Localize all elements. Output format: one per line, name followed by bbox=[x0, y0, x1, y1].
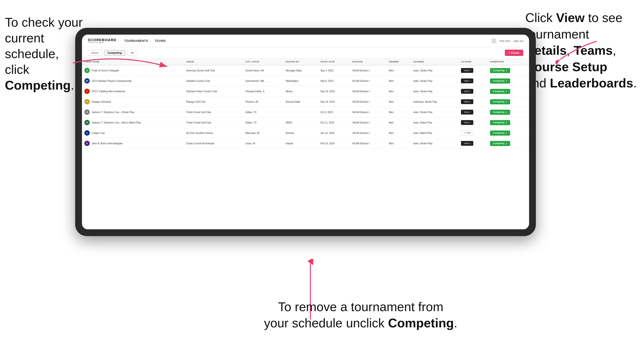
team-logo: P bbox=[84, 99, 90, 104]
cell-city: Maricopa, AZ bbox=[243, 128, 283, 138]
cell-city: Dallas, TX bbox=[243, 107, 283, 117]
competing-button[interactable]: Competing ✓ bbox=[490, 78, 510, 84]
cell-gender: Men bbox=[386, 65, 411, 76]
cell-start: Jan 14, 2024 bbox=[318, 128, 350, 138]
competing-button[interactable]: Competing ✓ bbox=[490, 89, 510, 94]
competing-button[interactable]: Competing ✓ bbox=[490, 110, 510, 115]
view-button[interactable]: View ℹ bbox=[461, 110, 473, 115]
annotation-bold: Competing bbox=[5, 78, 71, 92]
competing-button[interactable]: Competing ✓ bbox=[490, 120, 510, 125]
cell-competing: Competing ✓ bbox=[488, 97, 529, 107]
annot-tr-5: , bbox=[613, 43, 616, 57]
table-row: P Papago Individual Papago Golf Club Pho… bbox=[82, 97, 529, 107]
cell-start: Sep 4, 2023 bbox=[318, 65, 350, 76]
competing-button[interactable]: Competing ✓ bbox=[490, 68, 510, 73]
cell-venue: Papago Golf Club bbox=[184, 97, 243, 107]
user-label: Test User bbox=[499, 39, 510, 42]
tournaments-table-container: EVENT NAME VENUE CITY, STATE HOSTED BY S… bbox=[82, 59, 529, 229]
annotation-punct: . bbox=[71, 78, 74, 92]
table-row: JS Jackson T. Stephens Cup – Stroke Play… bbox=[82, 107, 529, 117]
event-name: 2023 Sahalee Players Championship bbox=[92, 80, 132, 82]
team-logo: I bbox=[84, 89, 90, 94]
view-button[interactable]: View ℹ bbox=[461, 78, 473, 83]
cell-city: Grand Haven, MI bbox=[243, 65, 283, 76]
cell-actions: View ℹ bbox=[458, 76, 488, 86]
cell-actions: View ℹ bbox=[458, 117, 488, 128]
event-name: Jackson T. Stephens Cup – Men's Match Pl… bbox=[92, 121, 141, 124]
annot-tr-7: . bbox=[633, 76, 637, 90]
view-button[interactable]: View ℹ bbox=[461, 68, 473, 73]
cell-competing: Competing ✓ bbox=[488, 117, 529, 128]
cell-event: JS Jackson T. Stephens Cup – Stroke Play bbox=[82, 107, 184, 117]
cell-hosted: Illinois bbox=[283, 86, 318, 97]
cell-city: Dallas, TX bbox=[243, 117, 283, 128]
view-button[interactable]: View ℹ bbox=[461, 89, 473, 94]
cell-venue: Trinity Forest Golf Club bbox=[184, 107, 243, 117]
cell-gender: Men bbox=[386, 76, 411, 86]
nav-links: TOURNAMENTS TEAMS bbox=[124, 39, 484, 43]
cell-division: NCAA Division I bbox=[350, 86, 386, 97]
col-hosted: HOSTED BY bbox=[283, 59, 318, 65]
cell-venue: Trinity Forest Golf Club bbox=[184, 117, 243, 128]
cell-division: NCAA Division I bbox=[350, 76, 386, 86]
annotation-line3: click bbox=[5, 62, 29, 76]
cell-scoring: team, Stroke Play bbox=[411, 107, 459, 117]
view-button[interactable]: View ℹ bbox=[461, 120, 473, 125]
competing-button[interactable]: Competing ✓ bbox=[490, 141, 510, 146]
annot-bot-1: To remove a tournament from bbox=[278, 300, 443, 314]
col-gender: GENDER bbox=[386, 59, 411, 65]
col-start: START DATE bbox=[318, 59, 350, 65]
cell-scoring: team, Match Play bbox=[411, 128, 459, 138]
cell-scoring: team, Stroke Play bbox=[411, 65, 459, 76]
cell-start: Oct 11, 2023 bbox=[318, 117, 350, 128]
col-venue: VENUE bbox=[184, 59, 243, 65]
cell-event: A Copper Cup bbox=[82, 128, 184, 138]
cell-start: Sep 9, 2023 bbox=[318, 76, 350, 86]
cell-gender: Men bbox=[386, 107, 411, 117]
col-scoring: SCORING bbox=[411, 59, 459, 65]
nav-tournaments[interactable]: TOURNAMENTS bbox=[124, 39, 148, 43]
view-button[interactable]: View ℹ bbox=[461, 141, 473, 146]
col-competing: COMPETING bbox=[488, 59, 529, 65]
cell-hosted bbox=[283, 107, 318, 117]
cell-hosted: Hawaii bbox=[283, 138, 318, 149]
cell-hosted: Arizona bbox=[283, 128, 318, 138]
logo-subtitle: Powered by clippd bbox=[88, 42, 116, 44]
cell-competing: Competing ✓ bbox=[488, 138, 529, 149]
cell-event: H John A. Burns Intercollegiate bbox=[82, 138, 184, 149]
cell-competing: Competing ✓ bbox=[488, 86, 529, 97]
arrow-to-competing-col bbox=[556, 37, 599, 64]
cell-event: I OFCC Fighting Illini Invitational bbox=[82, 86, 184, 97]
cell-actions: View ℹ bbox=[458, 86, 488, 97]
edit-button[interactable]: ✏ Edit bbox=[461, 130, 474, 136]
competing-button[interactable]: Competing ✓ bbox=[490, 131, 510, 136]
col-city: CITY, STATE bbox=[243, 59, 283, 65]
team-logo: JS bbox=[84, 120, 90, 125]
cell-hosted: Arizona State bbox=[283, 97, 318, 107]
annotation-line1: To check your bbox=[5, 15, 83, 29]
annot-bot-2: your schedule unclick bbox=[264, 316, 388, 330]
table-row: I OFCC Fighting Illini Invitational Olym… bbox=[82, 86, 529, 97]
annot-tr-bold1: View bbox=[556, 11, 585, 25]
cell-gender: Men bbox=[386, 138, 411, 149]
view-button[interactable]: View ℹ bbox=[461, 99, 473, 104]
cell-scoring: team, Match Play bbox=[411, 117, 459, 128]
cell-start: Sep 15, 2023 bbox=[318, 86, 350, 97]
cell-city: Sammamish, WA bbox=[243, 76, 283, 86]
scoreboard-logo: SCOREBOARD Powered by clippd bbox=[88, 38, 116, 44]
cell-actions: View ℹ bbox=[458, 107, 488, 117]
table-row: H John A. Burns Intercollegiate Ocean Co… bbox=[82, 138, 529, 149]
col-division: DIVISION bbox=[350, 59, 386, 65]
cell-division: NCAA Division I bbox=[350, 117, 386, 128]
cell-event: P Papago Individual bbox=[82, 97, 184, 107]
arrow-to-competing-tab bbox=[70, 48, 172, 77]
signout-button[interactable]: Sign out bbox=[514, 39, 523, 42]
competing-button[interactable]: Competing ✓ bbox=[490, 99, 510, 104]
cell-actions: View ℹ bbox=[458, 138, 488, 149]
cell-venue: Olympia Fields Country Club bbox=[184, 86, 243, 97]
nav-teams[interactable]: TEAMS bbox=[155, 39, 166, 43]
table-row: JS Jackson T. Stephens Cup – Men's Match… bbox=[82, 117, 529, 128]
event-name: OFCC Fighting Illini Invitational bbox=[92, 90, 125, 93]
cell-scoring: team, Stroke Play bbox=[411, 76, 459, 86]
create-button[interactable]: + Create bbox=[505, 50, 523, 56]
